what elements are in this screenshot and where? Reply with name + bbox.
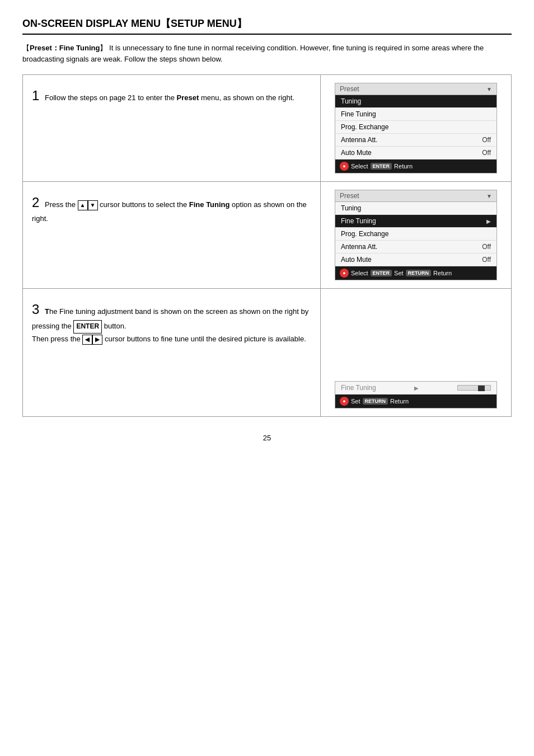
return-label-3: Return <box>390 398 409 405</box>
menu-box-3: Fine Tuning ▶ ● Set RETURN Return <box>335 381 497 408</box>
menu-item-prog-1: Prog. Exchange <box>335 121 496 134</box>
menu-item-label-tuning-2: Tuning <box>341 204 361 212</box>
page-number: 25 <box>22 434 512 442</box>
menu-item-label-prog-2: Prog. Exchange <box>341 230 388 238</box>
return-label-2: Return <box>433 270 452 276</box>
page-title: ON-SCREEN DISPLAY MENU【SETUP MENU】 <box>22 17 512 35</box>
menu-item-label-fine-2: Fine Tuning <box>341 217 376 225</box>
menu-box-2: Preset ▼ Tuning Fine Tuning ▶ Prog. Exch… <box>335 190 497 280</box>
menu-header-arrow-2: ▼ <box>486 193 492 199</box>
select-icon-3: ● <box>340 397 349 406</box>
return-btn-3: RETURN <box>363 398 388 405</box>
menu-footer-3: ● Set RETURN Return <box>335 395 496 408</box>
enter-btn-1: ENTER <box>371 163 392 170</box>
menu-item-label-tuning-1: Tuning <box>341 97 361 105</box>
menu-item-label-antenna-1: Antenna Att. <box>341 136 377 144</box>
step-3-menu-container: Fine Tuning ▶ ● Set RETURN Return <box>335 297 497 408</box>
menu-item-val-automute-1: Off <box>482 149 491 157</box>
fine-tuning-arrow-3: ▶ <box>414 385 419 391</box>
menu-item-val-antenna-1: Off <box>482 136 491 144</box>
step-2-text: 2 Press the ▲▼ cursor buttons to select … <box>32 192 311 225</box>
fine-tuning-bar-container <box>457 385 491 391</box>
menu-item-val-automute-2: Off <box>482 256 491 264</box>
menu-header-1: Preset ▼ <box>335 83 496 95</box>
menu-item-tuning-1: Tuning <box>335 95 496 108</box>
cursor-down-btn: ▼ <box>88 200 98 210</box>
step-3-row: 3 The Fine tuning adjustment band is sho… <box>22 289 512 417</box>
menu-item-prog-2: Prog. Exchange <box>335 228 496 241</box>
menu-header-2: Preset ▼ <box>335 190 496 202</box>
menu-footer-1: ● Select ENTER Return <box>335 159 496 173</box>
fine-tuning-label-3: Fine Tuning <box>341 384 376 392</box>
enter-bordered-btn: ENTER <box>73 320 102 333</box>
step-1-right: Preset ▼ Tuning Fine Tuning Prog. Exchan… <box>321 75 511 181</box>
menu-item-label-automute-1: Auto Mute <box>341 149 372 157</box>
step-2-row: 2 Press the ▲▼ cursor buttons to select … <box>22 182 512 289</box>
step-2-left: 2 Press the ▲▼ cursor buttons to select … <box>23 182 321 288</box>
menu-item-val-antenna-2: Off <box>482 243 491 251</box>
select-label-2: Select <box>351 270 368 276</box>
menu-item-antenna-1: Antenna Att. Off <box>335 134 496 147</box>
menu-item-label-prog-1: Prog. Exchange <box>341 123 388 131</box>
select-label-1: Select <box>351 163 368 170</box>
menu-item-fine-tuning-3: Fine Tuning ▶ <box>335 382 496 395</box>
menu-item-label-fine-1: Fine Tuning <box>341 110 376 118</box>
menu-item-fine-tuning-2: Fine Tuning ▶ <box>335 215 496 228</box>
menu-item-label-automute-2: Auto Mute <box>341 256 372 264</box>
return-label-1: Return <box>394 163 413 170</box>
menu-header-label-1: Preset <box>340 85 359 93</box>
step-1-left: 1 Follow the steps on page 21 to enter t… <box>23 75 321 181</box>
step-2-right: Preset ▼ Tuning Fine Tuning ▶ Prog. Exch… <box>321 182 511 288</box>
select-icon-2: ● <box>340 269 349 278</box>
menu-item-label-antenna-2: Antenna Att. <box>341 243 377 251</box>
set-label-2: Set <box>394 270 404 276</box>
menu-header-label-2: Preset <box>340 192 359 200</box>
enter-btn-2: ENTER <box>371 270 392 276</box>
menu-box-1: Preset ▼ Tuning Fine Tuning Prog. Exchan… <box>335 83 497 173</box>
fine-tuning-indicator <box>478 386 485 391</box>
step-3-left: 3 The Fine tuning adjustment band is sho… <box>23 289 321 416</box>
cursor-left-btn: ◀ <box>82 335 92 345</box>
menu-footer-2: ● Select ENTER Set RETURN Return <box>335 266 496 280</box>
menu-item-automute-1: Auto Mute Off <box>335 147 496 159</box>
menu-item-antenna-2: Antenna Att. Off <box>335 241 496 253</box>
menu-item-fine-tuning-1: Fine Tuning <box>335 108 496 121</box>
set-label-3: Set <box>351 398 360 405</box>
fine-tuning-bar <box>457 385 491 391</box>
cursor-up-btn: ▲ <box>78 200 88 210</box>
select-icon-1: ● <box>340 162 349 171</box>
intro-text: 【Preset：Fine Tuning】 It is unnecessary t… <box>22 43 512 64</box>
menu-item-tuning-2: Tuning <box>335 202 496 215</box>
menu-header-arrow-1: ▼ <box>486 86 492 92</box>
fine-tuning-arrow-2: ▶ <box>486 218 491 224</box>
step-1-text: 1 Follow the steps on page 21 to enter t… <box>32 85 311 106</box>
cursor-right-btn: ▶ <box>92 335 102 345</box>
return-btn-2: RETURN <box>406 270 432 276</box>
step-3-right: Fine Tuning ▶ ● Set RETURN Return <box>321 289 511 416</box>
menu-item-automute-2: Auto Mute Off <box>335 253 496 266</box>
step-3-text: 3 The Fine tuning adjustment band is sho… <box>32 299 311 345</box>
step-1-row: 1 Follow the steps on page 21 to enter t… <box>22 74 512 182</box>
